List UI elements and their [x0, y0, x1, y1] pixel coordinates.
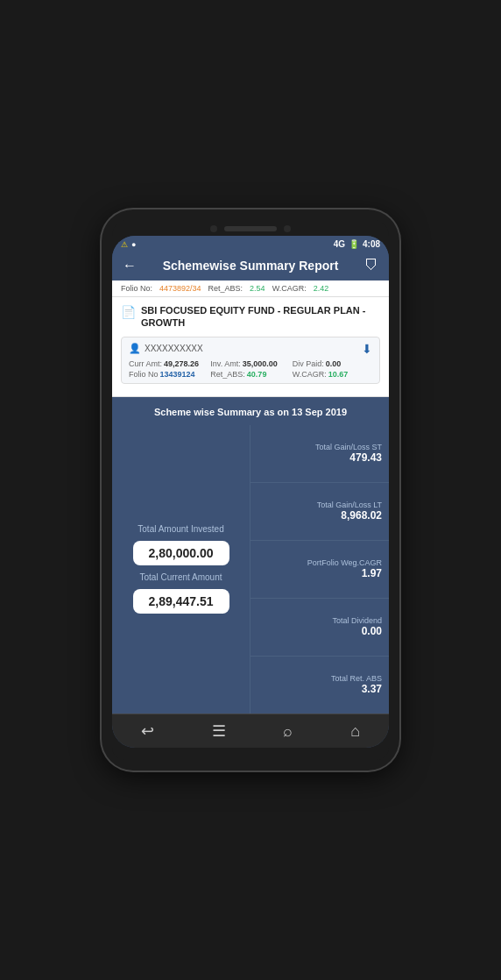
- summary-right-value-1: 8,968.02: [341, 509, 382, 522]
- div-paid-item: Div Paid: 0.00: [293, 359, 372, 368]
- fund-details-top: Curr Amt: 49,278.26 Inv. Amt: 35,000.00 …: [129, 359, 372, 368]
- account-icon: 👤: [129, 343, 141, 354]
- battery-icon: 🔋: [349, 239, 359, 249]
- ret-abs-item: Ret_ABS: 40.79: [210, 370, 290, 379]
- folio-label: Folio No: [129, 370, 159, 379]
- inv-amt-label: Inv. Amt:: [210, 359, 240, 368]
- summary-right-value-0: 479.43: [349, 451, 382, 464]
- content-area: Folio No: 4473892/34 Ret_ABS: 2.54 W.CAG…: [112, 281, 389, 714]
- nav-menu-button[interactable]: ☰: [212, 721, 226, 741]
- phone-top-bar: [112, 220, 389, 236]
- curr-amt-value: 49,278.26: [164, 359, 199, 368]
- summary-right-item-3: Total Dividend0.00: [250, 599, 389, 657]
- folio-value[interactable]: 13439124: [160, 370, 195, 379]
- total-invested-label: Total Amount Invested: [138, 524, 223, 534]
- summary-right-item-4: Total Ret. ABS3.37: [250, 657, 389, 714]
- account-header: 👤 XXXXXXXXXX ⬇: [129, 342, 372, 356]
- summary-right-label-4: Total Ret. ABS: [331, 674, 382, 683]
- account-row: 👤 XXXXXXXXXX ⬇ Curr Amt: 49,278.26: [121, 337, 380, 384]
- bottom-nav: ↩ ☰ ⌕ ⌂: [112, 714, 389, 748]
- summary-left: Total Amount Invested 2,80,000.00 Total …: [112, 425, 250, 714]
- total-current-label: Total Current Amount: [140, 572, 222, 582]
- summary-header: Scheme wise Summary as on 13 Sep 2019: [112, 397, 389, 425]
- nav-back-button[interactable]: ↩: [141, 721, 154, 741]
- prev-wcagr-value: 2.42: [314, 284, 329, 293]
- summary-body: Total Amount Invested 2,80,000.00 Total …: [112, 425, 389, 714]
- summary-right-label-2: PortFolio Weg.CAGR: [307, 558, 382, 567]
- phone-screen: ⚠ ● 4G 🔋 4:08 ← Schemewise Summary Repor…: [112, 236, 389, 748]
- wcagr-label: W.CAGR:: [293, 370, 327, 379]
- total-invested-value: 2,80,000.00: [133, 541, 229, 565]
- prev-ret-abs-value: 2.54: [250, 284, 265, 293]
- phone-frame: ⚠ ● 4G 🔋 4:08 ← Schemewise Summary Repor…: [102, 209, 399, 771]
- summary-right-item-2: PortFolio Weg.CAGR1.97: [250, 541, 389, 599]
- prev-ret-abs-label: Ret_ABS:: [208, 284, 243, 293]
- nav-home-button[interactable]: ⌂: [350, 722, 360, 741]
- summary-right-item-0: Total Gain/Loss ST479.43: [250, 425, 389, 483]
- prev-folio-label: Folio No:: [121, 284, 152, 293]
- back-button[interactable]: ←: [123, 258, 137, 273]
- summary-right: Total Gain/Loss ST479.43Total Gain/Loss …: [250, 425, 389, 714]
- curr-amt-label: Curr Amt:: [129, 359, 162, 368]
- prev-fund-row: Folio No: 4473892/34 Ret_ABS: 2.54 W.CAG…: [112, 281, 389, 297]
- fund-details-bottom: Folio No 13439124 Ret_ABS: 40.79 W.CAGR:…: [129, 370, 372, 379]
- camera-right: [284, 225, 291, 232]
- fund-name-row: 📄 SBI FOCUSED EQUITY FUND - REGULAR PLAN…: [121, 304, 380, 330]
- status-left: ⚠ ●: [121, 240, 136, 249]
- div-paid-value: 0.00: [326, 359, 342, 368]
- network-indicator: 4G: [334, 239, 345, 249]
- download-icon[interactable]: ⬇: [362, 342, 372, 356]
- account-id-text: XXXXXXXXXX: [145, 344, 203, 353]
- status-right: 4G 🔋 4:08: [334, 239, 380, 249]
- prev-wcagr-label: W.CAGR:: [272, 284, 307, 293]
- account-id: 👤 XXXXXXXXXX: [129, 343, 203, 354]
- warning-icon: ⚠: [121, 240, 128, 249]
- filter-button[interactable]: ⛉: [364, 258, 378, 273]
- folio-item: Folio No 13439124: [129, 370, 208, 379]
- rec-icon: ●: [131, 240, 136, 249]
- wcagr-value: 10.67: [328, 370, 349, 379]
- summary-right-value-4: 3.37: [362, 683, 382, 695]
- status-bar: ⚠ ● 4G 🔋 4:08: [112, 236, 389, 251]
- summary-right-item-1: Total Gain/Loss LT8,968.02: [250, 483, 389, 541]
- prev-folio-value: 4473892/34: [159, 284, 201, 293]
- wcagr-item: W.CAGR: 10.67: [293, 370, 372, 379]
- total-current-value: 2,89,447.51: [133, 589, 229, 614]
- summary-right-value-2: 1.97: [362, 567, 382, 579]
- screen: ⚠ ● 4G 🔋 4:08 ← Schemewise Summary Repor…: [112, 236, 389, 748]
- phone-bottom-bar: [112, 748, 389, 760]
- speaker: [224, 226, 277, 231]
- summary-header-text: Scheme wise Summary as on 13 Sep 2019: [154, 407, 347, 417]
- curr-amt-item: Curr Amt: 49,278.26: [129, 359, 208, 368]
- inv-amt-item: Inv. Amt: 35,000.00: [210, 359, 290, 368]
- camera: [210, 225, 217, 232]
- summary-right-value-3: 0.00: [362, 625, 382, 637]
- summary-right-label-0: Total Gain/Loss ST: [315, 443, 382, 451]
- summary-right-label-3: Total Dividend: [332, 616, 382, 625]
- doc-icon: 📄: [121, 305, 136, 319]
- ret-abs-value: 40.79: [247, 370, 267, 379]
- fund-card: 📄 SBI FOCUSED EQUITY FUND - REGULAR PLAN…: [112, 297, 389, 397]
- fund-name: SBI FOCUSED EQUITY FUND - REGULAR PLAN -…: [141, 304, 380, 330]
- nav-search-button[interactable]: ⌕: [283, 722, 293, 741]
- summary-right-label-1: Total Gain/Loss LT: [317, 501, 382, 509]
- clock: 4:08: [363, 239, 380, 249]
- page-title: Schemewise Summary Report: [137, 259, 364, 273]
- ret-abs-label: Ret_ABS:: [210, 370, 245, 379]
- inv-amt-value: 35,000.00: [243, 359, 278, 368]
- app-header: ← Schemewise Summary Report ⛉: [112, 251, 389, 281]
- div-paid-label: Div Paid:: [293, 359, 324, 368]
